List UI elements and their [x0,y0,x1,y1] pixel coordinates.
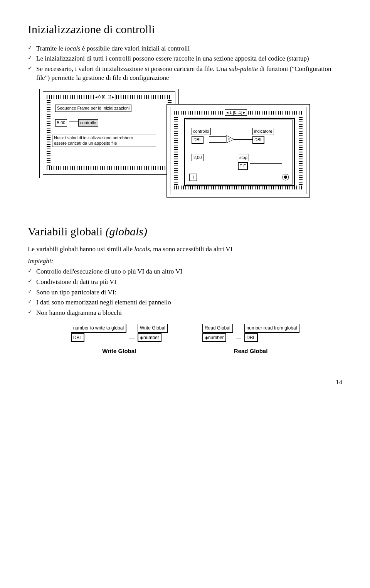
read-global-label: Read Global [202,324,233,332]
read-global-group: Read Global ◈number number read from glo… [202,324,299,355]
write-src: number to write to global DBL [71,324,126,341]
ind-stack: indicatore DBL [252,128,274,144]
section2-title: Variabili globali (globals) [28,224,342,240]
write-src-type: DBL [71,333,84,342]
section1-item-1: Le inizializzazioni di tutti i controlli… [28,54,342,63]
read-dst-type: DBL [244,333,258,342]
section2-list: Controllo dell'esecuzione di uno o più V… [28,267,342,318]
wire-left [69,122,78,122]
s2-title-plain: Variabili globali [28,225,106,238]
left-val: 5,00 [55,119,67,127]
right-ind-type: DBL [252,136,264,144]
wire-write [129,338,135,338]
wire-stop [250,163,282,164]
wire-cn-mul [209,142,226,143]
wire-read [236,338,241,338]
svg-point-3 [284,176,287,179]
right-stop-type: T F [238,162,248,170]
section2-intro: Le variabili globali hanno usi simili al… [28,245,342,254]
left-ctrl: controllo [78,119,98,127]
arrow-right-icon: ▸ [112,94,114,100]
left-seq-label: Sequence Frame per le Inizializzazioni [55,105,131,112]
diagram-2: number to write to global DBL Write Glob… [28,324,342,355]
read-global-box: Read Global ◈number [202,324,233,341]
section1-item-2: Se necessario, i valori di inizializzazi… [28,65,342,83]
ctrl-stack: controllo DBL [192,128,211,144]
right-panel: ◂1 [0..1]▸ controllo DBL × i [166,104,310,198]
left-panel: ◂0 [0..1]▸ Sequence Frame per le Inizial… [39,89,179,178]
section1-title: Inizializzazione di controlli [28,22,342,37]
arrow-left-icon: ◂ [95,94,98,100]
s2-item-2: Sono un tipo particolare di VI: [28,288,342,297]
write-caption: Write Global [102,347,136,355]
s2-item-1: Condivisione di dati tra più VI [28,278,342,287]
s2-intro-pre: Le variabili globali hanno usi simili al… [28,245,134,253]
right-nav-text: 1 [0..1] [229,110,242,115]
s2-item-4: Non hanno diagramma a blocchi [28,309,342,318]
s2-intro-it: locals [134,245,150,253]
svg-point-2 [283,174,289,180]
section1-list: Tramite le locals è possibile dare valor… [28,44,342,83]
read-dst: number read from global DBL [244,324,299,341]
svg-marker-0 [226,135,234,143]
right-stop: stop [238,154,249,161]
while-loop-inner: controllo DBL × indicatore DBL [188,122,291,182]
s1-i1-pre: Le inizializzazioni di tutti i controlli… [36,55,309,62]
s1-i0-it: locals [65,45,81,52]
page-number: 14 [28,378,342,387]
write-global-box: Write Global ◈number [138,324,168,341]
multiply-icon: × [226,135,234,143]
left-nav-text: 0 [0..1] [98,94,111,100]
read-dst-label: number read from global [244,324,299,332]
s2-intro-post: , ma sono accessibili da altri VI [150,245,233,253]
s1-i0-pre: Tramite le [36,45,65,52]
svg-text:×: × [228,137,230,142]
s2-title-italic: (globals) [106,225,147,238]
read-global-glyph: ◈number [202,333,226,342]
section1-item-0: Tramite le locals è possibile dare valor… [28,44,342,53]
s1-i2-pre: Se necessario, i valori di inizializzazi… [36,65,229,73]
i-terminal: i [189,174,197,181]
right-ctrl: controllo [192,128,211,135]
right-ind: indicatore [252,128,274,135]
while-loop: controllo DBL × indicatore DBL [184,118,295,186]
arrow-right-icon-2: ▸ [243,110,246,115]
write-global-group: number to write to global DBL Write Glob… [71,324,168,355]
arrow-left-icon-2: ◂ [226,110,229,115]
right-nav: ◂1 [0..1]▸ [225,108,247,117]
wire-mul-ind [234,139,252,140]
impieghi-label: Impieghi: [28,257,342,266]
write-src-label: number to write to global [71,324,126,332]
write-global-label: Write Global [138,324,168,332]
read-caption: Read Global [234,347,268,355]
write-global-glyph: ◈number [138,333,161,342]
left-note: Nota: i valori di inizializzazione potre… [52,135,156,147]
s2-item-0: Controllo dell'esecuzione di uno o più V… [28,267,342,276]
stop-terminal-icon [282,173,289,181]
left-nav: ◂0 [0..1]▸ [94,92,116,101]
wire-ct-mul [209,136,226,137]
right-const: 2,00 [192,154,204,161]
stop-stack: stop T F [238,154,249,170]
right-ctrl-type: DBL [192,136,204,144]
s1-i0-post: è possibile dare valori iniziali ai cont… [81,45,190,52]
s1-i2-it: sub-palette [229,65,258,73]
s2-item-3: I dati sono memorizzati negli elementi d… [28,298,342,307]
diagram-1: ◂0 [0..1]▸ Sequence Frame per le Inizial… [28,89,342,201]
